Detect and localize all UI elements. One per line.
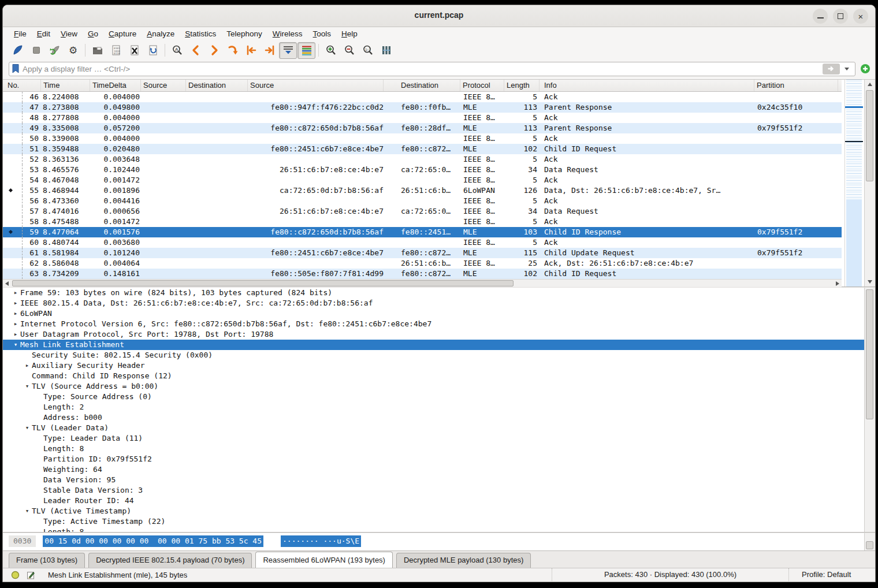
menu-item[interactable]: Go xyxy=(83,28,103,39)
go-first-button[interactable] xyxy=(242,42,260,59)
expander-arrow-icon[interactable] xyxy=(23,371,32,381)
detail-tree-line[interactable]: ▾ TLV (Source Address = b0:00) xyxy=(3,381,875,392)
expander-arrow-icon[interactable]: ▾ xyxy=(23,423,32,433)
intelligent-scrollbar-minimap[interactable] xyxy=(844,80,863,286)
detail-tree-line[interactable]: Type: Active Timestamp (22) xyxy=(3,516,875,527)
detail-tree-line[interactable]: Type: Leader Data (11) xyxy=(3,433,875,444)
expander-arrow-icon[interactable] xyxy=(34,392,43,402)
stop-capture-button[interactable] xyxy=(27,42,45,59)
bytes-scrollbar[interactable] xyxy=(864,533,875,550)
menu-item[interactable]: Telephony xyxy=(221,28,267,39)
colorize-toggle[interactable] xyxy=(297,42,315,59)
hex-row[interactable]: 0030 00 15 0d 00 00 00 00 00 00 00 01 75… xyxy=(9,535,875,547)
packet-row[interactable]: 51 8.359488 0.020480 fe80::2451:c6b7:e8c… xyxy=(3,144,842,154)
go-last-button[interactable] xyxy=(261,42,278,59)
filter-dropdown-caret-icon[interactable] xyxy=(844,68,849,70)
detail-tree-line[interactable]: ▾ TLV (Active Timestamp) xyxy=(3,506,875,516)
resize-columns-button[interactable] xyxy=(377,42,395,59)
packet-row[interactable]: 58 8.475488 0.001472 IEEE 8… 5 Ack xyxy=(3,217,842,227)
save-file-button[interactable]: 010110100110 xyxy=(107,42,125,59)
bytes-scroll-thumb[interactable] xyxy=(866,541,873,549)
packet-list-scroll-thumb[interactable] xyxy=(866,90,873,181)
expander-arrow-icon[interactable] xyxy=(34,475,43,485)
find-packet-button[interactable]: A xyxy=(168,42,186,59)
hex-ascii-highlighted[interactable]: ········ ···u·S\E xyxy=(281,535,361,547)
expander-arrow-icon[interactable]: ▾ xyxy=(23,506,32,516)
zoom-in-button[interactable] xyxy=(322,42,340,59)
scroll-left-arrow-icon[interactable] xyxy=(5,281,9,286)
detail-tree-line[interactable]: Leader Router ID: 44 xyxy=(3,496,875,506)
packet-row[interactable]: 57 8.474016 0.000656 26:51:c6:b7:e8:ce:4… xyxy=(3,206,842,217)
display-filter-box[interactable] xyxy=(9,62,855,76)
packet-row[interactable]: 55 8.468944 0.001896 ca:72:65:0d:b7:b8:5… xyxy=(3,185,842,196)
packet-row[interactable]: 59 8.477064 0.001576 fe80::c872:650d:b7b… xyxy=(3,227,842,237)
packet-row[interactable]: 46 8.224008 0.004000 IEEE 8… 5 Ack xyxy=(3,92,842,102)
expander-arrow-icon[interactable] xyxy=(34,464,43,475)
reload-file-button[interactable] xyxy=(144,42,162,59)
close-file-button[interactable] xyxy=(125,42,143,59)
column-header-timedelta[interactable]: TimeDelta xyxy=(90,80,141,91)
go-back-button[interactable] xyxy=(187,42,204,59)
packet-row[interactable]: 53 8.465576 0.102440 26:51:c6:b7:e8:ce:4… xyxy=(3,165,842,175)
expander-arrow-icon[interactable] xyxy=(34,402,43,412)
scroll-right-arrow-icon[interactable] xyxy=(836,281,839,286)
column-header-length[interactable]: Length xyxy=(504,80,540,91)
expander-arrow-icon[interactable] xyxy=(34,454,43,464)
menu-item[interactable]: Help xyxy=(336,28,363,39)
apply-filter-button[interactable] xyxy=(823,64,840,75)
menu-item[interactable]: View xyxy=(55,28,83,39)
detail-tree-line[interactable]: Type: Source Address (0) xyxy=(3,392,875,402)
titlebar[interactable]: current.pcap × xyxy=(3,5,875,27)
minimize-button[interactable] xyxy=(813,9,828,24)
detail-tree-line[interactable]: Partition ID: 0x79f551f2 xyxy=(3,454,875,464)
detail-tree-line[interactable]: Stable Data Version: 3 xyxy=(3,485,875,496)
bytes-tab[interactable]: Frame (103 bytes) xyxy=(9,553,85,568)
expander-arrow-icon[interactable] xyxy=(34,444,43,454)
bytes-tab[interactable]: Decrypted IEEE 802.15.4 payload (70 byte… xyxy=(88,553,252,568)
go-forward-button[interactable] xyxy=(205,42,223,59)
expert-info-button[interactable] xyxy=(11,571,20,579)
bytes-tab[interactable]: Decrypted MLE payload (130 bytes) xyxy=(396,553,531,568)
maximize-button[interactable] xyxy=(833,9,848,24)
expander-arrow-icon[interactable] xyxy=(23,350,32,360)
horizontal-scrollbar[interactable] xyxy=(3,279,842,287)
packet-row[interactable]: 50 8.339008 0.004000 IEEE 8… 5 Ack xyxy=(3,133,842,144)
menu-item[interactable]: Capture xyxy=(103,28,142,39)
close-button[interactable]: × xyxy=(853,9,868,24)
detail-tree-line[interactable]: Data Version: 95 xyxy=(3,475,875,485)
details-scrollbar[interactable] xyxy=(864,288,875,532)
detail-tree-line[interactable]: ▾ Mesh Link Establishment xyxy=(3,340,875,350)
expander-arrow-icon[interactable]: ▸ xyxy=(11,308,20,319)
expander-arrow-icon[interactable] xyxy=(34,516,43,527)
column-header-source1[interactable]: Source xyxy=(141,80,186,91)
detail-tree-line[interactable]: ▸ Auxiliary Security Header xyxy=(3,360,875,371)
expander-arrow-icon[interactable] xyxy=(34,412,43,423)
packet-row[interactable]: 47 8.273808 0.049800 fe80::947f:f476:22b… xyxy=(3,102,842,113)
packet-row[interactable]: 62 8.586048 0.004064 26:51:c6:b… IEEE 8…… xyxy=(3,258,842,269)
packet-row[interactable]: 61 8.581984 0.101240 fe80::2451:c6b7:e8c… xyxy=(3,248,842,258)
column-header-destination1[interactable]: Destination xyxy=(186,80,248,91)
packet-row[interactable]: 60 8.480744 0.003680 IEEE 8… 5 Ack xyxy=(3,237,842,248)
menu-item[interactable]: Tools xyxy=(308,28,337,39)
detail-tree-line[interactable]: ▸ IEEE 802.15.4 Data, Dst: 26:51:c6:b7:e… xyxy=(3,298,875,308)
expander-arrow-icon[interactable]: ▸ xyxy=(11,329,20,340)
auto-scroll-toggle[interactable] xyxy=(279,42,297,59)
packet-row[interactable]: 52 8.363136 0.003648 IEEE 8… 5 Ack xyxy=(3,154,842,165)
detail-tree-line[interactable]: ▸ 6LoWPAN xyxy=(3,308,875,319)
expander-arrow-icon[interactable]: ▾ xyxy=(11,340,20,350)
menu-item[interactable]: Statistics xyxy=(180,28,221,39)
open-file-button[interactable] xyxy=(88,42,106,59)
expander-arrow-icon[interactable] xyxy=(34,433,43,444)
detail-tree-line[interactable]: ▸ User Datagram Protocol, Src Port: 1978… xyxy=(3,329,875,340)
details-scroll-thumb[interactable] xyxy=(866,289,873,419)
filter-bookmark-icon[interactable] xyxy=(12,64,20,74)
detail-tree-line[interactable]: ▾ TLV (Leader Data) xyxy=(3,423,875,433)
zoom-original-button[interactable]: 1:1 xyxy=(359,42,377,59)
packet-row[interactable]: 49 8.335008 0.057200 fe80::c872:650d:b7b… xyxy=(3,123,842,133)
column-header-protocol[interactable]: Protocol xyxy=(460,80,504,91)
capture-options-button[interactable]: ⚙ xyxy=(64,42,82,59)
expander-arrow-icon[interactable]: ▸ xyxy=(11,298,20,308)
bytes-tab[interactable]: Reassembled 6LoWPAN (193 bytes) xyxy=(255,552,392,568)
expander-arrow-icon[interactable]: ▸ xyxy=(11,319,20,329)
expander-arrow-icon[interactable] xyxy=(34,485,43,496)
